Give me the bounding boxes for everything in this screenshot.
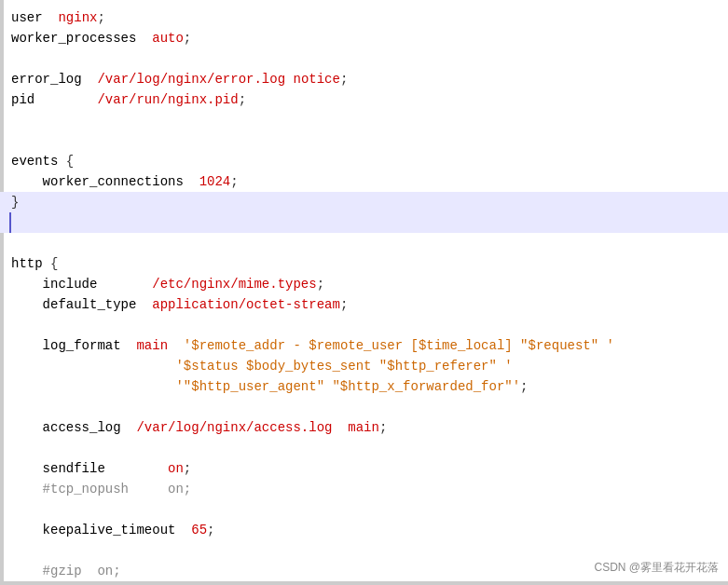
line-text-14: include /etc/nginx/mime.types; [0, 274, 332, 294]
code-line-23: sendfile on; [0, 458, 728, 479]
line-text-9: worker_connections 1024; [0, 171, 246, 192]
line-text-10: } [0, 192, 26, 212]
code-line-12 [0, 233, 728, 253]
line-text-13: http { [0, 253, 65, 274]
line-text-1: user nginx; [0, 7, 113, 28]
line-text-24: #tcp_nopush on; [0, 479, 199, 499]
code-line-26: keepalive_timeout 65; [0, 520, 728, 540]
line-text-2: worker_processes auto; [0, 28, 199, 48]
code-editor: user nginx; worker_processes auto; error… [0, 0, 728, 585]
code-line-18: '$status $body_bytes_sent "$http_referer… [0, 356, 728, 376]
line-text-21: access_log /var/log/nginx/access.log mai… [0, 417, 394, 438]
watermark: CSDN @雾里看花开花落 [594, 560, 719, 576]
line-text-28: #gzip on; [0, 561, 129, 581]
code-line-16 [0, 315, 728, 335]
code-line-24: #tcp_nopush on; [0, 479, 728, 499]
code-line-6 [0, 110, 728, 130]
code-line-17: log_format main '$remote_addr - $remote_… [0, 335, 728, 356]
line-text-8: events { [0, 151, 81, 171]
code-line-27 [0, 540, 728, 561]
line-text-22 [0, 438, 26, 458]
code-line-10: } [0, 192, 728, 212]
code-line-5: pid /var/run/nginx.pid; [0, 89, 728, 110]
line-text-15: default_type application/octet-stream; [0, 294, 355, 315]
code-line-21: access_log /var/log/nginx/access.log mai… [0, 417, 728, 438]
text-cursor [9, 212, 11, 233]
line-text-18: '$status $body_bytes_sent "$http_referer… [0, 356, 520, 376]
code-line-14: include /etc/nginx/mime.types; [0, 274, 728, 294]
code-line-8: events { [0, 151, 728, 171]
line-text-4: error_log /var/log/nginx/error.log notic… [0, 69, 355, 89]
line-text-3 [0, 48, 26, 69]
line-text-23: sendfile on; [0, 458, 199, 479]
line-text-6 [0, 110, 26, 130]
line-text-11 [0, 212, 26, 233]
code-line-4: error_log /var/log/nginx/error.log notic… [0, 69, 728, 89]
bottom-border [0, 581, 728, 585]
line-text-27 [0, 540, 26, 561]
line-text-25 [0, 499, 26, 520]
code-line-2: worker_processes auto; [0, 28, 728, 48]
line-text-12 [0, 233, 26, 253]
code-line-19: '"$http_user_agent" "$http_x_forwarded_f… [0, 376, 728, 397]
code-line-11 [0, 212, 728, 233]
code-line-25 [0, 499, 728, 520]
code-line-20 [0, 397, 728, 417]
code-line-9: worker_connections 1024; [0, 171, 728, 192]
line-text-17: log_format main '$remote_addr - $remote_… [0, 335, 622, 356]
line-text-5: pid /var/run/nginx.pid; [0, 89, 254, 110]
code-line-15: default_type application/octet-stream; [0, 294, 728, 315]
code-line-1: user nginx; [0, 7, 728, 28]
code-line-3 [0, 48, 728, 69]
line-text-16 [0, 315, 26, 335]
line-text-20 [0, 397, 26, 417]
code-line-7 [0, 130, 728, 151]
line-text-19: '"$http_user_agent" "$http_x_forwarded_f… [0, 376, 536, 397]
line-text-26: keepalive_timeout 65; [0, 520, 222, 540]
code-line-22 [0, 438, 728, 458]
code-line-13: http { [0, 253, 728, 274]
line-text-7 [0, 130, 26, 151]
